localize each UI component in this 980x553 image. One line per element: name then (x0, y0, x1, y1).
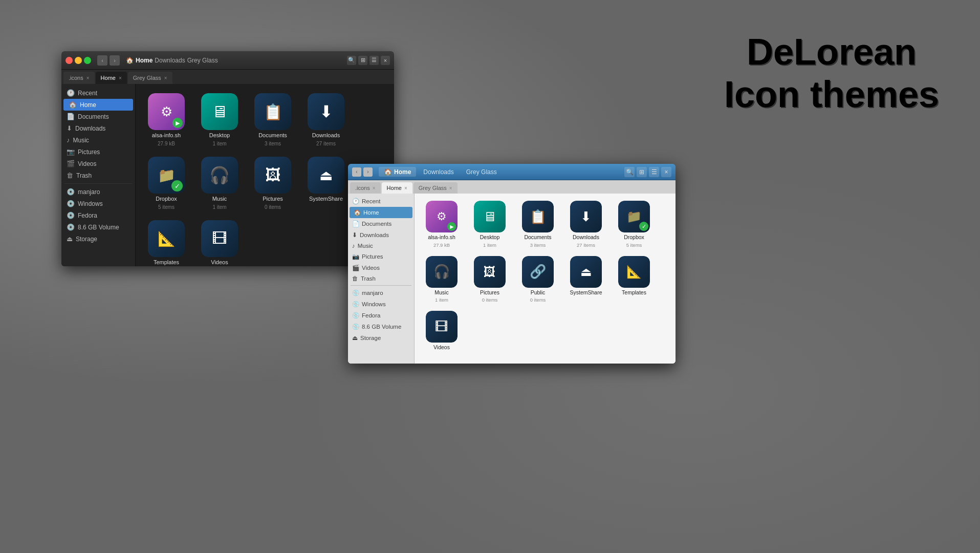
tab-home-close-blue[interactable]: × (404, 185, 407, 191)
pictures-icon-blue: 📷 (352, 253, 359, 260)
downloads-icon: ⬇ (67, 124, 72, 132)
documents-icon: 📄 (67, 113, 75, 120)
list-item[interactable]: 🔗 Public 0 items (515, 253, 561, 306)
grid-view-icon[interactable]: ⊞ (358, 56, 367, 65)
sidebar-item-music[interactable]: ♪ Music (61, 134, 135, 146)
list-item[interactable]: 📁 ✓ Dropbox 5 items (611, 198, 657, 251)
sidebar-item-windows-blue[interactable]: 💿 Windows (348, 299, 414, 310)
forward-button-blue[interactable]: › (363, 167, 373, 177)
list-item[interactable]: ⬇ Downloads 27 items (300, 89, 352, 151)
list-item[interactable]: 🖥 Desktop 1 item (467, 198, 513, 251)
sidebar-item-fedora[interactable]: 💿 Fedora (61, 209, 135, 221)
list-view-icon-blue[interactable]: ☰ (649, 167, 659, 177)
list-item[interactable]: 🎞 Videos (419, 308, 465, 355)
home-icon-blue: 🏠 (354, 209, 361, 216)
tab-home-tab-blue[interactable]: Home × (382, 182, 412, 194)
maximize-button[interactable] (84, 57, 91, 64)
blue-window-body: 🕐 Recent 🏠 Home 📄 Documents ⬇ Downloads … (348, 194, 676, 364)
sidebar-item-videos-blue[interactable]: 🎬 Videos (348, 262, 414, 273)
tab-downloads-blue[interactable]: Downloads (418, 167, 459, 177)
manjaro-icon: 💿 (67, 188, 75, 196)
list-item[interactable]: 🖥 Desktop 1 item (194, 89, 245, 151)
forward-button[interactable]: › (110, 55, 120, 66)
sidebar-item-pictures[interactable]: 📷 Pictures (61, 146, 135, 158)
list-item[interactable]: 🎧 Music 1 item (194, 153, 245, 214)
dark-titlebar-greyglass: Grey Glass (187, 57, 218, 64)
sidebar-item-music-blue[interactable]: ♪ Music (348, 241, 414, 251)
tab-home-blue[interactable]: 🏠 Home (379, 167, 416, 177)
tab-greyglass-close-blue[interactable]: × (449, 185, 452, 191)
close-icon[interactable]: × (381, 56, 390, 65)
list-item[interactable]: ⬇ Downloads 27 items (563, 198, 609, 251)
list-item[interactable]: ⚙ ▶ alsa-info.sh 27.9 kB (419, 198, 465, 251)
sidebar-item-downloads-blue[interactable]: ⬇ Downloads (348, 229, 414, 241)
list-item[interactable]: 🖼 Pictures 0 items (247, 153, 298, 214)
close-icon-blue[interactable]: × (661, 167, 671, 177)
sidebar-item-trash-blue[interactable]: 🗑 Trash (348, 273, 414, 284)
storage-icon-blue: ⏏ (352, 334, 358, 342)
tab-greyglass-blue[interactable]: Grey Glass (461, 167, 502, 177)
sidebar-item-recent[interactable]: 🕐 Recent (61, 87, 135, 99)
sidebar-item-videos[interactable]: 🎬 Videos (61, 158, 135, 169)
tab-greyglass-tab-blue[interactable]: Grey Glass × (413, 182, 458, 194)
sidebar-item-windows[interactable]: 💿 Windows (61, 198, 135, 209)
tab-icons-close[interactable]: × (86, 75, 90, 81)
sidebar-item-manjaro-blue[interactable]: 💿 manjaro (348, 287, 414, 299)
list-item[interactable]: 📋 Documents 3 items (515, 198, 561, 251)
minimize-button[interactable] (75, 57, 82, 64)
sidebar-item-manjaro[interactable]: 💿 manjaro (61, 186, 135, 198)
back-button[interactable]: ‹ (97, 55, 107, 66)
back-button-blue[interactable]: ‹ (352, 167, 361, 177)
sidebar-divider-blue (351, 285, 411, 286)
sidebar-item-documents[interactable]: 📄 Documents (61, 111, 135, 122)
sidebar-item-volume[interactable]: 💿 8.6 GB Volume (61, 221, 135, 233)
tab-icons-close-blue[interactable]: × (373, 185, 376, 191)
sidebar-item-fedora-blue[interactable]: 💿 Fedora (348, 310, 414, 321)
list-item[interactable]: 📋 Documents 3 items (247, 89, 298, 151)
dark-titlebar: ‹ › 🏠 Home Downloads Grey Glass 🔍 ⊞ ☰ × (61, 51, 394, 70)
sidebar-item-home-blue[interactable]: 🏠 Home (350, 207, 412, 218)
blue-tab-bar: .icons × Home × Grey Glass × (348, 180, 676, 194)
sidebar-item-documents-blue[interactable]: 📄 Documents (348, 218, 414, 229)
tab-icons-blue[interactable]: .icons × (350, 182, 381, 194)
sidebar-item-recent-blue[interactable]: 🕐 Recent (348, 196, 414, 207)
list-item[interactable]: 📐 Templates (141, 216, 192, 266)
videos-icon: 🎬 (67, 160, 75, 167)
search-icon-blue[interactable]: 🔍 (624, 167, 635, 177)
tab-greyglass[interactable]: Grey Glass × (128, 72, 172, 84)
sidebar-item-storage[interactable]: ⏏ Storage (61, 233, 135, 245)
sidebar-item-volume-blue[interactable]: 💿 8.6 GB Volume (348, 321, 414, 332)
sidebar-item-pictures-blue[interactable]: 📷 Pictures (348, 251, 414, 262)
grid-view-icon-blue[interactable]: ⊞ (637, 167, 647, 177)
tab-greyglass-close[interactable]: × (164, 75, 167, 81)
blue-file-manager-window: ‹ › 🏠 Home Downloads Grey Glass 🔍 ⊞ ☰ × … (348, 164, 676, 364)
list-item[interactable]: ⏏ SystemShare (300, 153, 352, 214)
tab-icons[interactable]: .icons × (63, 72, 95, 84)
list-item[interactable]: 🎧 Music 1 item (419, 253, 465, 306)
close-button[interactable] (66, 57, 73, 64)
list-item[interactable]: 📐 Templates (611, 253, 657, 306)
dark-window-body: 🕐 Recent 🏠 Home 📄 Documents ⬇ Downloads … (61, 84, 394, 266)
list-item[interactable]: 🖼 Pictures 0 items (467, 253, 513, 306)
fedora-icon-blue: 💿 (352, 312, 359, 319)
sidebar-item-trash[interactable]: 🗑 Trash (61, 169, 135, 181)
list-item[interactable]: 🎞 Videos (194, 216, 245, 266)
list-item[interactable]: ⏏ SystemShare (563, 253, 609, 306)
tab-home[interactable]: Home × (96, 72, 127, 84)
documents-icon-blue: 📄 (352, 220, 359, 227)
dark-file-manager-window: ‹ › 🏠 Home Downloads Grey Glass 🔍 ⊞ ☰ × … (61, 51, 394, 266)
list-item[interactable]: 📁 ✓ Dropbox 5 items (141, 153, 192, 214)
dark-titlebar-home: Home (136, 57, 153, 64)
dark-titlebar-downloads: Downloads (155, 57, 185, 64)
sidebar-item-downloads[interactable]: ⬇ Downloads (61, 122, 135, 134)
search-icon[interactable]: 🔍 (347, 56, 356, 65)
tab-home-close[interactable]: × (119, 75, 122, 81)
list-item[interactable]: ⚙ ▶ alsa-info.sh 27.9 kB (141, 89, 192, 151)
sidebar-item-storage-blue[interactable]: ⏏ Storage (348, 332, 414, 344)
music-icon-blue: ♪ (352, 243, 355, 249)
home-icon: 🏠 (69, 101, 77, 109)
list-view-icon[interactable]: ☰ (369, 56, 379, 65)
trash-icon-blue: 🗑 (352, 275, 358, 282)
sidebar-item-home[interactable]: 🏠 Home (63, 99, 133, 111)
blue-titlebar: ‹ › 🏠 Home Downloads Grey Glass 🔍 ⊞ ☰ × (348, 164, 676, 180)
